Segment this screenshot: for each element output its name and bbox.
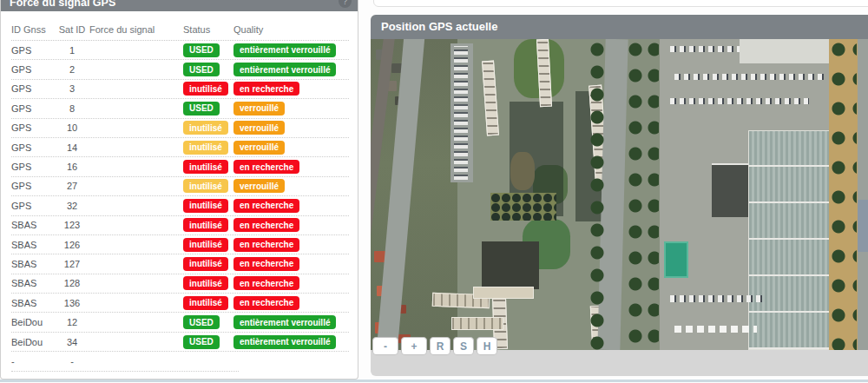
sat-id-cell: 1 [55,45,89,56]
quality-badge: en recherche [233,257,299,271]
sat-id-cell: 12 [55,317,89,327]
gnss-id-cell: GPS [11,83,55,94]
signal-panel-header: Force du signal GPS ? [1,0,358,11]
table-row: - - [11,352,349,371]
sat-id-cell: 2 [55,64,89,75]
gnss-id-cell: - [11,356,55,366]
gnss-id-cell: SBAS [11,298,55,308]
gnss-id-cell: GPS [11,201,55,211]
table-row: GPS 27 inutilisé verrouillé [11,177,349,196]
sat-id-cell: 128 [55,278,89,288]
satellite-map[interactable] [371,39,868,350]
table-row: GPS 16 inutilisé en recherche [11,157,349,176]
gnss-id-cell: SBAS [11,278,55,288]
quality-badge: en recherche [233,160,299,174]
gnss-id-cell: GPS [11,181,55,191]
zoom-in-button[interactable]: + [401,337,427,355]
status-badge: inutilisé [183,257,228,271]
status-badge: inutilisé [183,141,228,155]
table-row: SBAS 128 inutilisé en recherche [11,274,349,294]
col-status: Status [183,24,233,35]
col-id-gnss: ID Gnss [11,24,55,35]
signal-strength-panel: Force du signal GPS ? ID Gnss Sat ID For… [0,0,358,380]
quality-badge: en recherche [233,199,299,213]
gnss-id-cell: GPS [11,64,55,75]
sat-id-cell: 16 [55,162,89,172]
quality-badge: verrouillé [233,121,285,135]
table-row: SBAS 126 inutilisé en recherche [11,235,349,254]
col-sat-id: Sat ID [55,24,89,35]
gnss-id-cell: BeiDou [11,337,55,347]
table-row: SBAS 136 inutilisé en recherche [11,294,349,313]
gps-position-panel: Position GPS actuelle [371,15,868,376]
status-badge: inutilisé [183,296,228,310]
quality-badge: en recherche [233,296,299,310]
sat-id-cell: 3 [55,83,89,94]
sat-id-cell: 123 [55,220,89,230]
map-warehouses [748,130,832,350]
sat-id-cell: 14 [55,142,89,153]
table-row: GPS 10 inutilisé verrouillé [11,119,349,138]
col-strength: Force du signal [89,24,183,35]
sat-id-cell: 136 [55,298,89,308]
quality-badge: entièrement verrouillé [233,315,336,329]
map-layer-trees [589,39,605,350]
bottom-divider [0,380,868,382]
satellite-table-header: ID Gnss Sat ID Force du signal Status Qu… [11,24,349,41]
map-controls: - + R S H [372,337,497,355]
sat-id-cell: 127 [55,259,89,269]
satellite-table: ID Gnss Sat ID Force du signal Status Qu… [1,24,358,372]
status-badge: inutilisé [183,121,228,135]
table-row: GPS 32 inutilisé en recherche [11,196,349,215]
status-badge: inutilisé [183,199,228,213]
sat-id-cell: 8 [55,103,89,114]
map-panel-title: Position GPS actuelle [381,20,497,33]
table-row: GPS 8 USED verrouillé [11,99,349,118]
gnss-id-cell: GPS [11,162,55,172]
sat-id-cell: 32 [55,201,89,211]
status-badge: inutilisé [183,218,228,232]
status-badge: USED [183,63,220,76]
quality-badge: verrouillé [233,179,285,193]
table-row: BeiDou 34 USED entièrement verrouillé [11,333,349,352]
map-honeycomb-trees [490,193,556,221]
status-badge: inutilisé [183,276,228,290]
home-button[interactable]: H [477,337,497,355]
gnss-id-cell: BeiDou [11,317,55,327]
quality-badge: entièrement verrouillé [233,335,336,349]
zoom-out-button[interactable]: - [372,337,398,355]
help-icon[interactable]: ? [339,0,352,8]
gnss-id-cell: GPS [11,142,55,153]
panel-above-bottom-edge [373,0,868,7]
col-quality: Quality [233,24,349,35]
map-panel-header: Position GPS actuelle [371,15,868,39]
status-badge: USED [183,335,220,349]
quality-badge: entièrement verrouillé [233,63,336,76]
sat-id-cell: - [55,356,89,366]
reset-button[interactable]: R [430,337,450,355]
table-row: SBAS 123 inutilisé en recherche [11,216,349,235]
quality-badge: en recherche [233,218,299,232]
table-row: GPS 14 inutilisé verrouillé [11,138,349,157]
status-badge: USED [183,102,220,116]
table-row: SBAS 127 inutilisé en recherche [11,254,349,274]
quality-badge: en recherche [233,238,299,252]
quality-badge: verrouillé [233,102,285,116]
table-row: GPS 3 inutilisé en recherche [11,80,349,99]
map-layer-buildings [482,61,499,136]
satellite-table-body: GPS 1 USED entièrement verrouillé GPS 2 … [11,41,349,372]
gnss-id-cell: SBAS [11,259,55,269]
sat-id-cell: 10 [55,122,89,133]
gnss-id-cell: SBAS [11,240,55,250]
status-badge: inutilisé [183,82,228,96]
gnss-id-cell: SBAS [11,220,55,230]
gnss-id-cell: GPS [11,122,55,133]
table-row: BeiDou 12 USED entièrement verrouillé [11,313,349,332]
satellite-button[interactable]: S [453,337,474,355]
gnss-id-cell: GPS [11,103,55,114]
status-badge: inutilisé [183,238,228,252]
status-badge: inutilisé [183,160,228,174]
status-badge: USED [183,315,220,329]
gnss-id-cell: GPS [11,45,55,56]
sat-id-cell: 27 [55,181,89,191]
